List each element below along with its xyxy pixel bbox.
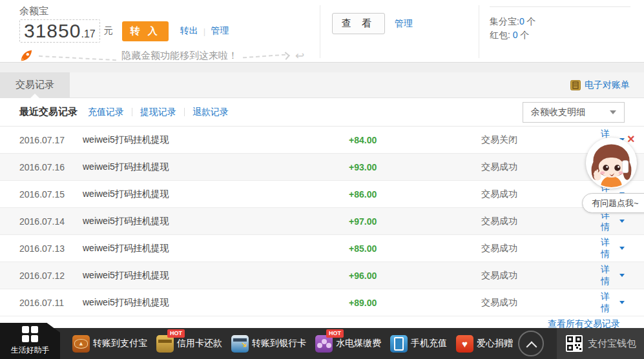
toolbar-item[interactable]: HOT 转账到支付宝 [72, 335, 147, 353]
chevron-down-icon [610, 110, 616, 114]
toolbar-item[interactable]: HOT 手机充值 [390, 335, 447, 353]
yuebao-manage-link[interactable]: 管理 [211, 25, 229, 37]
balance-unit: 元 [104, 25, 113, 37]
balance-decimal: .17 [81, 28, 95, 40]
creditcard-icon [156, 335, 174, 353]
assets-panel: 集分宝:0 个 红包: 0 个 [479, 0, 644, 62]
chevron-down-icon [619, 274, 625, 277]
alipay-balance-page: 余额宝 31850 .17 元 转 入 转出 | 管理 隐藏金额功 [0, 0, 644, 359]
toolbar-item-label: 信用卡还款 [177, 338, 222, 349]
row-detail-label: 详情 [601, 237, 616, 260]
view-manage-link[interactable]: 管理 [395, 18, 413, 28]
tab-transaction-records[interactable]: 交易记录 [0, 72, 70, 98]
mascot-girl-illustration [587, 139, 636, 187]
dashed-line [243, 54, 286, 59]
life-assistant-label: 生活好助手 [11, 345, 50, 356]
qr-code-icon [566, 335, 583, 352]
tab-bar: 交易记录 电子对账单 [0, 72, 644, 98]
customer-service-avatar[interactable] [586, 138, 637, 189]
life-assistant-tab[interactable]: 生活好助手 [0, 323, 60, 359]
toolbar-item-label: 转账到银行卡 [252, 338, 306, 349]
spacer [0, 63, 644, 72]
record-filter-link[interactable]: 退款记录 [192, 107, 229, 118]
row-description: weiwei5打码挂机提现 [83, 297, 349, 309]
record-filter-link[interactable]: 提现记录 [140, 107, 176, 118]
row-amount: +93.00 [349, 162, 481, 172]
e-statement-link[interactable]: 电子对账单 [570, 79, 630, 91]
hint-text: 隐藏金额功能移到这来啦！ [121, 50, 238, 62]
filter-row: 最近交易记录 充值记录 提现记录 退款记录 余额收支明细 [0, 98, 644, 127]
row-detail-link[interactable]: 详情 [601, 264, 625, 287]
row-detail-link[interactable]: 详情 [601, 291, 625, 314]
row-status: 交易成功 [481, 216, 601, 227]
footer-strip: 查看所有交易记录 [0, 316, 644, 328]
toolbar-item-label: 爱心捐赠 [477, 338, 513, 349]
toolbar-item[interactable]: HOT 转账到银行卡 [231, 335, 306, 353]
transfer-alipay-icon [72, 335, 90, 353]
row-date: 2016.07.11 [19, 298, 83, 308]
row-date: 2016.07.12 [19, 271, 83, 281]
undo-arrow-icon: ↩ [295, 49, 304, 63]
table-row: 2016.07.17 weiwei5打码挂机提现 +84.00 交易关闭 详情 [0, 127, 644, 154]
row-status: 交易成功 [481, 270, 601, 282]
record-filter-links: 充值记录 提现记录 退款记录 [88, 107, 229, 118]
chevron-down-icon [619, 220, 625, 223]
yuebao-label: 余额宝 [19, 5, 320, 17]
header: 余额宝 31850 .17 元 转 入 转出 | 管理 隐藏金额功 [0, 0, 644, 63]
bottom-toolbar: HOT 转账到支付宝 HOT 信用卡还款 HOT 转账到银行卡 [0, 328, 644, 359]
jifenbao-value-link[interactable]: 0 [519, 16, 525, 26]
toolbar-item[interactable]: HOT 水电煤缴费 [315, 335, 381, 353]
hot-badge: HOT [167, 329, 185, 338]
hongbao-label: 红包: [490, 30, 510, 40]
scroll-up-button[interactable] [518, 331, 544, 356]
record-filter-link[interactable]: 充值记录 [88, 107, 124, 118]
recent-records-label: 最近交易记录 [19, 106, 78, 118]
chevron-down-icon [619, 247, 625, 250]
view-panel: 查 看 管理 [320, 0, 479, 62]
assistant-bubble[interactable]: 有问题点我~ [582, 193, 644, 213]
row-status: 交易关闭 [481, 134, 601, 146]
dropdown-selected-value: 余额收支明细 [531, 107, 585, 118]
row-amount: +96.00 [349, 271, 481, 281]
row-date: 2016.07.17 [19, 135, 83, 145]
transfer-in-button[interactable]: 转 入 [122, 21, 169, 41]
yuebao-panel: 余额宝 31850 .17 元 转 入 转出 | 管理 隐藏金额功 [0, 0, 320, 62]
row-amount: +85.00 [349, 243, 481, 254]
table-row: 2016.07.12 weiwei5打码挂机提现 +96.00 交易成功 详情 [0, 262, 644, 289]
view-button[interactable]: 查 看 [332, 13, 385, 34]
transfer-out-link[interactable]: 转出 [180, 25, 198, 37]
row-amount: +89.00 [349, 298, 481, 308]
toolbar-item[interactable]: ♥ HOT 爱心捐赠 [456, 335, 513, 353]
row-amount: +97.00 [349, 216, 481, 227]
row-amount: +86.00 [349, 189, 481, 200]
jifenbao-unit: 个 [527, 16, 536, 26]
toolbar-items: HOT 转账到支付宝 HOT 信用卡还款 HOT 转账到银行卡 [72, 335, 522, 353]
row-amount: +84.00 [349, 135, 481, 145]
alipay-wallet-button[interactable]: 支付宝钱包 [557, 328, 644, 359]
row-status: 交易成功 [481, 297, 601, 309]
divider: | [203, 26, 205, 36]
record-type-dropdown[interactable]: 余额收支明细 [523, 102, 625, 123]
phone-icon [390, 335, 408, 353]
row-description: weiwei5打码挂机提现 [83, 161, 349, 173]
row-detail-link[interactable]: 详情 [601, 237, 625, 260]
row-description: weiwei5打码挂机提现 [83, 189, 349, 200]
toolbar-item[interactable]: HOT 信用卡还款 [156, 335, 222, 353]
rocket-icon [19, 48, 34, 63]
row-description: weiwei5打码挂机提现 [83, 216, 349, 227]
utility-icon [315, 335, 333, 353]
row-date: 2016.07.13 [19, 243, 83, 254]
hongbao-unit: 个 [520, 30, 529, 40]
chevron-down-icon [619, 301, 625, 304]
toolbar-item-label: 手机充值 [411, 338, 447, 349]
balance-integer: 31850 [24, 20, 81, 42]
table-row: 2016.07.15 weiwei5打码挂机提现 +86.00 交易成功 详情 [0, 181, 644, 208]
row-date: 2016.07.15 [19, 189, 83, 200]
hongbao-value-link[interactable]: 0 [513, 30, 518, 40]
bankcard-icon [231, 335, 249, 353]
balance-amount[interactable]: 31850 .17 [19, 19, 100, 43]
table-row: 2016.07.11 weiwei5打码挂机提现 +89.00 交易成功 详情 [0, 289, 644, 316]
row-description: weiwei5打码挂机提现 [83, 243, 349, 254]
row-description: weiwei5打码挂机提现 [83, 270, 349, 282]
hide-amount-hint: 隐藏金额功能移到这来啦！ ↩ [19, 48, 320, 63]
